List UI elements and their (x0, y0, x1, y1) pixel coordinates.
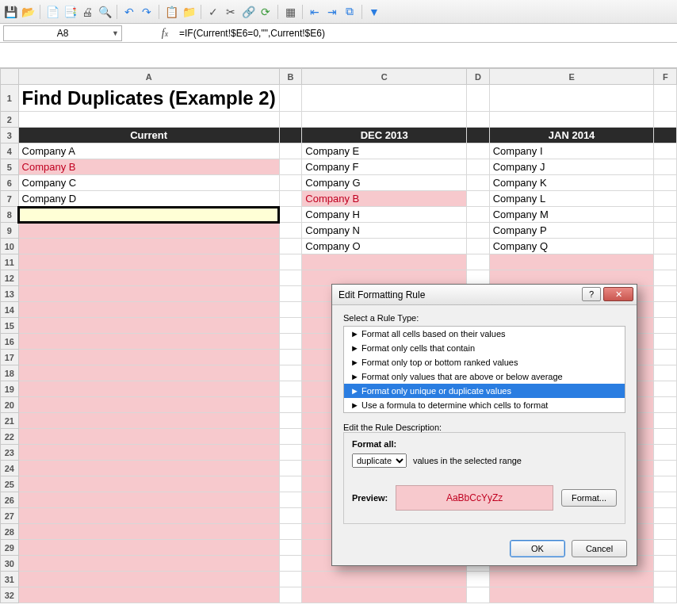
cell-A6[interactable]: Company C (18, 175, 279, 191)
rule-type-item[interactable]: ► Format all cells based on their values (344, 327, 625, 341)
cell-F31[interactable] (654, 572, 677, 587)
cell-F9[interactable] (654, 223, 677, 239)
cell-B29[interactable] (279, 540, 302, 556)
cell-B13[interactable] (279, 286, 302, 302)
cell-F8[interactable] (654, 207, 677, 223)
cell-D7[interactable] (467, 191, 490, 207)
row-header-8[interactable]: 8 (1, 207, 19, 223)
cell-F25[interactable] (654, 476, 677, 492)
cell-F3[interactable] (654, 128, 677, 143)
cell-B5[interactable] (279, 159, 302, 175)
row-header-11[interactable]: 11 (1, 254, 19, 270)
cell-C1[interactable] (302, 85, 467, 112)
row-header-12[interactable]: 12 (1, 270, 19, 286)
formula-input[interactable]: =IF(Current!$E6=0,"",Current!$E6) (176, 25, 677, 41)
cell-B16[interactable] (279, 334, 302, 350)
spellcheck-icon[interactable]: ✓ (206, 5, 220, 19)
cell-D2[interactable] (467, 112, 490, 128)
cell-A32[interactable] (18, 587, 279, 603)
cell-B17[interactable] (279, 350, 302, 365)
cell-D6[interactable] (467, 175, 490, 191)
undo-icon[interactable]: ↶ (122, 5, 136, 19)
cell-A8[interactable] (18, 207, 279, 223)
cell-D8[interactable] (467, 207, 490, 223)
cell-D1[interactable] (467, 85, 490, 112)
cell-B10[interactable] (279, 239, 302, 254)
row-header-6[interactable]: 6 (1, 175, 19, 191)
row-header-3[interactable]: 3 (1, 128, 19, 143)
cell-A24[interactable] (18, 461, 279, 476)
cell-A16[interactable] (18, 334, 279, 350)
cell-B24[interactable] (279, 461, 302, 476)
rule-type-item[interactable]: ► Format only unique or duplicate values (344, 384, 625, 398)
cell-F28[interactable] (654, 524, 677, 540)
cell-F17[interactable] (654, 350, 677, 365)
cell-E7[interactable]: Company L (489, 191, 654, 207)
cell-E6[interactable]: Company K (489, 175, 654, 191)
row-header-1[interactable]: 1 (1, 85, 19, 112)
cell-F23[interactable] (654, 445, 677, 461)
chevron-down-icon[interactable]: ▼ (112, 29, 119, 37)
rule-type-item[interactable]: ► Use a formula to determine which cells… (344, 398, 625, 412)
cell-A2[interactable] (18, 112, 279, 128)
cell-D32[interactable] (467, 587, 490, 603)
cell-D10[interactable] (467, 239, 490, 254)
row-header-26[interactable]: 26 (1, 492, 19, 508)
cell-B12[interactable] (279, 270, 302, 286)
cell-B11[interactable] (279, 254, 302, 270)
cell-F20[interactable] (654, 397, 677, 413)
cell-B22[interactable] (279, 429, 302, 445)
cell-E4[interactable]: Company I (489, 143, 654, 159)
cell-F29[interactable] (654, 540, 677, 556)
link-icon[interactable]: 🔗 (241, 5, 255, 19)
cell-B30[interactable] (279, 556, 302, 572)
row-header-24[interactable]: 24 (1, 461, 19, 476)
row-header-27[interactable]: 27 (1, 508, 19, 524)
cell-F6[interactable] (654, 175, 677, 191)
cell-C3[interactable]: DEC 2013 (302, 128, 467, 143)
cell-B1[interactable] (279, 85, 302, 112)
row-header-31[interactable]: 31 (1, 572, 19, 587)
col-header-F[interactable]: F (654, 69, 677, 85)
cell-F30[interactable] (654, 556, 677, 572)
cell-A21[interactable] (18, 413, 279, 429)
name-box[interactable]: A8 ▼ (3, 25, 122, 41)
cell-A13[interactable] (18, 286, 279, 302)
cell-F21[interactable] (654, 413, 677, 429)
preview-icon[interactable]: 🔍 (98, 5, 112, 19)
cell-B19[interactable] (279, 381, 302, 397)
col-header-A[interactable]: A (18, 69, 279, 85)
row-header-2[interactable]: 2 (1, 112, 19, 128)
fx-icon[interactable]: fx (154, 27, 176, 40)
cell-D9[interactable] (467, 223, 490, 239)
row-header-28[interactable]: 28 (1, 524, 19, 540)
cell-E32[interactable] (489, 587, 654, 603)
cell-E8[interactable]: Company M (489, 207, 654, 223)
cell-F24[interactable] (654, 461, 677, 476)
cell-F32[interactable] (654, 587, 677, 603)
cell-C32[interactable] (302, 587, 467, 603)
cell-F4[interactable] (654, 143, 677, 159)
cell-D4[interactable] (467, 143, 490, 159)
cell-B31[interactable] (279, 572, 302, 587)
merge-icon[interactable]: ⧉ (342, 5, 357, 19)
cell-F11[interactable] (654, 254, 677, 270)
cell-D3[interactable] (467, 128, 490, 143)
cell-B23[interactable] (279, 445, 302, 461)
cell-E2[interactable] (489, 112, 654, 128)
cell-B7[interactable] (279, 191, 302, 207)
cell-F12[interactable] (654, 270, 677, 286)
cell-B15[interactable] (279, 318, 302, 334)
folder-icon[interactable]: 📁 (182, 5, 196, 19)
cell-A5[interactable]: Company B (18, 159, 279, 175)
cell-A14[interactable] (18, 302, 279, 318)
cell-A27[interactable] (18, 508, 279, 524)
cell-B26[interactable] (279, 492, 302, 508)
format-button[interactable]: Format... (561, 489, 617, 507)
paste-icon[interactable]: 📋 (164, 5, 178, 19)
close-button[interactable]: ✕ (603, 287, 633, 301)
open-icon[interactable]: 📂 (21, 5, 35, 19)
cell-F22[interactable] (654, 429, 677, 445)
cancel-button[interactable]: Cancel (572, 540, 627, 557)
col-header-B[interactable]: B (279, 69, 302, 85)
